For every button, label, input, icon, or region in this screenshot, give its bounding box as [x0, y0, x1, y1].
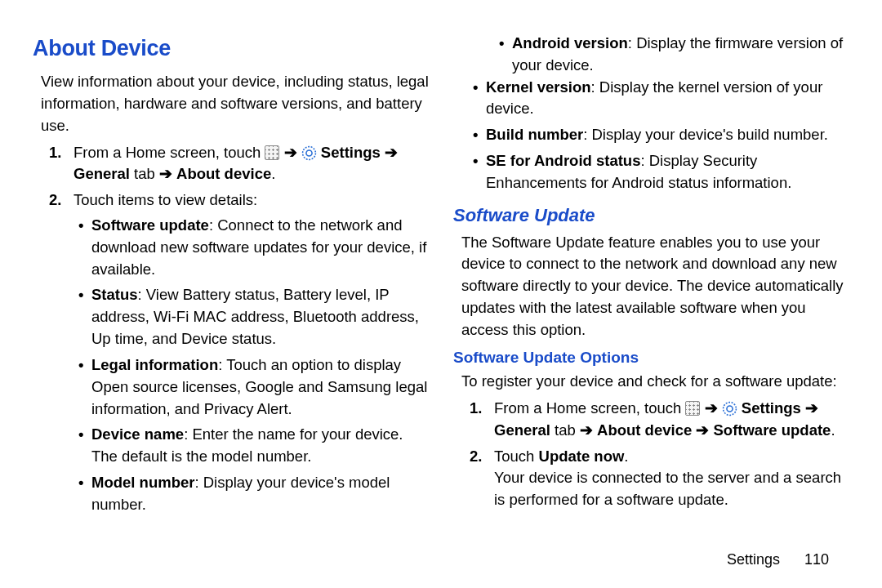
general-label: General [74, 165, 130, 182]
footer-page-number: 110 [804, 551, 829, 568]
list-item: Kernel version: Display the kernel versi… [486, 77, 849, 121]
arrow-icon: ➔ [805, 399, 818, 416]
list-item: Software update: Connect to the network … [91, 215, 429, 280]
item-label: Kernel version [486, 78, 591, 96]
list-item: Device name: Enter the name for your dev… [91, 424, 429, 468]
period: . [624, 448, 628, 465]
list-item: Status: View Battery status, Battery lev… [91, 284, 429, 350]
period: . [271, 165, 275, 182]
page-footer: Settings 110 [727, 549, 829, 570]
update-now-label: Update now [539, 448, 625, 465]
item-label: Software update [91, 216, 209, 234]
step-number: 1. [470, 398, 482, 420]
list-item: Build number: Display your device's buil… [486, 124, 849, 146]
item-label: Status [91, 286, 138, 303]
item-desc: : Display your device's build number. [583, 126, 828, 143]
apps-icon [265, 145, 279, 160]
arrow-icon: ➔ [696, 421, 709, 439]
options-step-1: 1. From a Home screen, touch ➔ Settings … [494, 398, 849, 442]
list-item: Model number: Display your device's mode… [91, 472, 429, 516]
item-label: Legal information [91, 356, 218, 373]
svg-point-0 [302, 146, 315, 159]
arrow-icon: ➔ [159, 165, 172, 182]
software-update-label: Software update [714, 421, 831, 439]
svg-point-2 [723, 403, 736, 416]
about-device-label: About device [176, 165, 271, 182]
settings-icon [722, 401, 737, 416]
step-number: 2. [49, 189, 61, 212]
options-intro: To register your device and check for a … [461, 371, 849, 393]
item-label: Build number [486, 126, 583, 143]
list-item: Android version: Display the firmware ve… [512, 33, 849, 77]
step-number: 1. [49, 142, 61, 164]
item-label: Device name [91, 425, 184, 443]
list-item: SE for Android status: Display Security … [486, 150, 849, 194]
software-update-intro: The Software Update feature enables you … [461, 232, 849, 341]
item-label: SE for Android status [486, 152, 640, 169]
options-step-2: 2. Touch Update now. Your device is conn… [494, 446, 849, 511]
about-step-1: 1. From a Home screen, touch ➔ Settings … [74, 142, 429, 186]
list-item: Legal information: Touch an option to di… [91, 354, 429, 420]
arrow-icon: ➔ [385, 144, 398, 161]
step-number: 2. [470, 446, 482, 468]
settings-icon [301, 145, 317, 161]
tab-word: tab [550, 421, 580, 439]
svg-point-3 [727, 406, 733, 412]
heading-about-device: About Device [33, 33, 429, 65]
tab-word: tab [130, 165, 159, 182]
arrow-icon: ➔ [705, 399, 718, 416]
item-label: Android version [512, 34, 628, 51]
heading-software-update-options: Software Update Options [453, 346, 849, 369]
item-desc: : View Battery status, Battery level, IP… [91, 286, 419, 347]
step-text: Touch [494, 448, 539, 465]
heading-software-update: Software Update [453, 203, 849, 229]
step-text: From a Home screen, touch [494, 399, 685, 416]
apps-icon [685, 401, 700, 416]
step-text: Touch items to view details: [74, 191, 257, 208]
period: . [831, 421, 835, 439]
footer-section: Settings [727, 551, 780, 568]
arrow-icon: ➔ [580, 421, 593, 439]
item-label: Model number [91, 474, 194, 491]
settings-label: Settings [742, 399, 801, 416]
svg-point-1 [306, 150, 312, 156]
general-label: General [494, 421, 550, 439]
about-device-label: About device [597, 421, 692, 439]
step-desc: Your device is connected to the server a… [494, 467, 849, 511]
about-intro: View information about your device, incl… [41, 71, 429, 136]
step-text: From a Home screen, touch [74, 144, 265, 161]
settings-label: Settings [321, 144, 381, 161]
arrow-icon: ➔ [284, 144, 297, 161]
